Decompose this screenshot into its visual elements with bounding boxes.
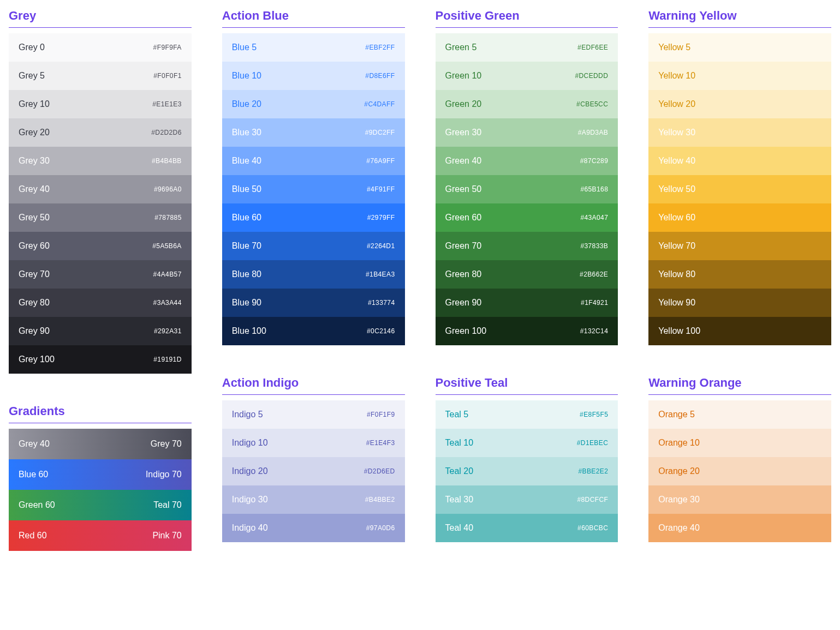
color-swatch[interactable]: Yellow 5 xyxy=(648,33,831,62)
palette-column: Warning YellowYellow 5Yellow 10Yellow 20… xyxy=(648,9,831,542)
color-swatch[interactable]: Blue 70#2264D1 xyxy=(222,232,405,260)
color-swatch[interactable]: Yellow 80 xyxy=(648,260,831,289)
color-swatch[interactable]: Green 100#132C14 xyxy=(436,317,618,345)
color-swatch[interactable]: Yellow 40 xyxy=(648,147,831,175)
color-swatch[interactable]: Teal 30#8DCFCF xyxy=(436,485,618,514)
color-swatch[interactable]: Orange 30 xyxy=(648,485,831,514)
color-swatch[interactable]: Teal 10#D1EBEC xyxy=(436,429,618,457)
color-swatch[interactable]: Blue 20#C4DAFF xyxy=(222,90,405,118)
color-swatch[interactable]: Green 70#37833B xyxy=(436,232,618,260)
swatch-label: Grey 5 xyxy=(19,71,45,81)
swatch-hex: #43A047 xyxy=(580,214,608,221)
color-swatch[interactable]: Indigo 30#B4BBE2 xyxy=(222,485,405,514)
color-swatch[interactable]: Indigo 10#E1E4F3 xyxy=(222,429,405,457)
color-swatch[interactable]: Yellow 20 xyxy=(648,90,831,118)
color-swatch[interactable]: Blue 5#EBF2FF xyxy=(222,33,405,62)
swatch-label: Yellow 50 xyxy=(658,184,695,194)
color-swatch[interactable]: Orange 10 xyxy=(648,429,831,457)
color-swatch[interactable]: Grey 0#F9F9FA xyxy=(9,33,192,62)
color-swatch[interactable]: Grey 80#3A3A44 xyxy=(9,289,192,317)
color-swatch[interactable]: Green 40#87C289 xyxy=(436,147,618,175)
color-swatch[interactable]: Grey 70#4A4B57 xyxy=(9,260,192,289)
swatch-label: Teal 30 xyxy=(445,495,474,505)
color-swatch[interactable]: Grey 60#5A5B6A xyxy=(9,232,192,260)
color-swatch[interactable]: Grey 90#292A31 xyxy=(9,317,192,345)
color-swatch[interactable]: Green 5#EDF6EE xyxy=(436,33,618,62)
color-swatch[interactable]: Grey 50#787885 xyxy=(9,203,192,232)
color-swatch[interactable]: Blue 60#2979FF xyxy=(222,203,405,232)
color-swatch[interactable]: Yellow 70 xyxy=(648,232,831,260)
color-swatch[interactable]: Green 60#43A047 xyxy=(436,203,618,232)
color-swatch[interactable]: Grey 5#F0F0F1 xyxy=(9,62,192,90)
swatch-hex: #8DCFCF xyxy=(577,496,608,503)
color-swatch[interactable]: Teal 5#E8F5F5 xyxy=(436,400,618,429)
gradient-swatch[interactable]: Blue 60Indigo 70 xyxy=(9,459,192,490)
color-swatch[interactable]: Blue 50#4F91FF xyxy=(222,175,405,203)
color-swatch[interactable]: Orange 40 xyxy=(648,514,831,542)
swatch-label: Blue 30 xyxy=(232,128,261,137)
palette-group: Positive GreenGreen 5#EDF6EEGreen 10#DCE… xyxy=(436,9,618,345)
swatch-label: Orange 30 xyxy=(658,495,700,505)
color-swatch[interactable]: Orange 20 xyxy=(648,457,831,485)
color-swatch[interactable]: Indigo 20#D2D6ED xyxy=(222,457,405,485)
palette-group-title: Gradients xyxy=(9,404,192,423)
swatch-hex: #2979FF xyxy=(367,214,395,221)
color-swatch[interactable]: Blue 10#D8E6FF xyxy=(222,62,405,90)
color-swatch[interactable]: Grey 100#19191D xyxy=(9,345,192,374)
swatch-hex: #E8F5F5 xyxy=(580,411,608,418)
swatch-label: Blue 40 xyxy=(232,156,261,166)
color-swatch[interactable]: Green 90#1F4921 xyxy=(436,289,618,317)
color-swatch[interactable]: Blue 90#133774 xyxy=(222,289,405,317)
swatch-hex: #D1EBEC xyxy=(577,439,609,447)
color-swatch[interactable]: Teal 40#60BCBC xyxy=(436,514,618,542)
gradient-right-label: Grey 70 xyxy=(151,439,182,449)
palette-column: Positive GreenGreen 5#EDF6EEGreen 10#DCE… xyxy=(436,9,618,542)
color-swatch[interactable]: Green 30#A9D3AB xyxy=(436,118,618,147)
swatch-hex: #787885 xyxy=(154,214,182,221)
swatch-hex: #1F4921 xyxy=(581,299,608,307)
swatch-hex: #DCEDDD xyxy=(575,72,608,80)
gradient-left-label: Blue 60 xyxy=(19,470,48,479)
color-swatch[interactable]: Grey 20#D2D2D6 xyxy=(9,118,192,147)
color-swatch[interactable]: Orange 5 xyxy=(648,400,831,429)
swatch-label: Grey 40 xyxy=(19,184,50,194)
swatch-hex: #132C14 xyxy=(580,327,609,335)
color-swatch[interactable]: Green 10#DCEDDD xyxy=(436,62,618,90)
swatch-label: Blue 10 xyxy=(232,71,261,81)
color-swatch[interactable]: Teal 20#BBE2E2 xyxy=(436,457,618,485)
color-swatch[interactable]: Yellow 60 xyxy=(648,203,831,232)
palette-group-title: Action Indigo xyxy=(222,376,405,395)
swatch-label: Green 50 xyxy=(445,184,482,194)
color-swatch[interactable]: Grey 30#B4B4BB xyxy=(9,147,192,175)
color-swatch[interactable]: Blue 40#76A9FF xyxy=(222,147,405,175)
swatch-hex: #60BCBC xyxy=(577,524,608,532)
color-swatch[interactable]: Yellow 90 xyxy=(648,289,831,317)
color-swatch[interactable]: Blue 30#9DC2FF xyxy=(222,118,405,147)
palette-group: Warning YellowYellow 5Yellow 10Yellow 20… xyxy=(648,9,831,345)
gradient-right-label: Teal 70 xyxy=(153,500,182,510)
color-swatch[interactable]: Indigo 5#F0F1F9 xyxy=(222,400,405,429)
color-swatch[interactable]: Blue 80#1B4EA3 xyxy=(222,260,405,289)
swatch-label: Teal 40 xyxy=(445,523,474,533)
color-swatch[interactable]: Yellow 30 xyxy=(648,118,831,147)
color-swatch[interactable]: Green 20#CBE5CC xyxy=(436,90,618,118)
swatch-label: Orange 10 xyxy=(658,438,700,448)
color-swatch[interactable]: Yellow 50 xyxy=(648,175,831,203)
swatch-label: Yellow 10 xyxy=(658,71,695,81)
color-swatch[interactable]: Blue 100#0C2146 xyxy=(222,317,405,345)
gradient-swatch[interactable]: Red 60Pink 70 xyxy=(9,520,192,551)
color-swatch[interactable]: Indigo 40#97A0D6 xyxy=(222,514,405,542)
palette-column: GreyGrey 0#F9F9FAGrey 5#F0F0F1Grey 10#E1… xyxy=(9,9,192,551)
gradient-swatch[interactable]: Green 60Teal 70 xyxy=(9,490,192,520)
palette-group: Positive TealTeal 5#E8F5F5Teal 10#D1EBEC… xyxy=(436,376,618,542)
color-swatch[interactable]: Grey 10#E1E1E3 xyxy=(9,90,192,118)
palette-group-title: Positive Green xyxy=(436,9,618,28)
color-swatch[interactable]: Yellow 10 xyxy=(648,62,831,90)
color-swatch[interactable]: Green 50#65B168 xyxy=(436,175,618,203)
swatch-hex: #EBF2FF xyxy=(365,44,395,51)
swatch-label: Grey 20 xyxy=(19,128,50,137)
color-swatch[interactable]: Green 80#2B662E xyxy=(436,260,618,289)
color-swatch[interactable]: Yellow 100 xyxy=(648,317,831,345)
gradient-swatch[interactable]: Grey 40Grey 70 xyxy=(9,429,192,459)
color-swatch[interactable]: Grey 40#9696A0 xyxy=(9,175,192,203)
